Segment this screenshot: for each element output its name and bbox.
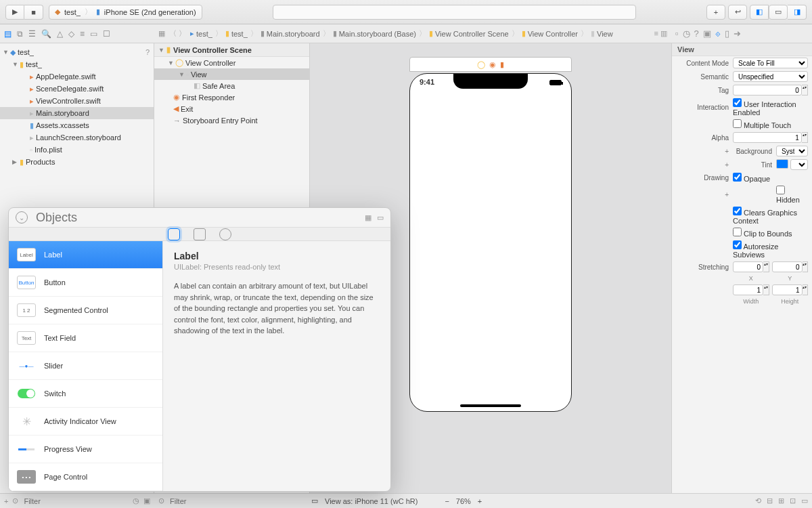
reports-tab[interactable]: ☐ xyxy=(103,29,110,39)
stop-button[interactable]: ■ xyxy=(24,5,43,20)
stretch-w-field[interactable] xyxy=(733,284,763,295)
editor-options-icon[interactable]: ≡ ▥ xyxy=(654,29,667,38)
nav-products[interactable]: ▶▮ Products xyxy=(0,156,154,168)
recent-icon[interactable]: ◷ xyxy=(133,496,139,505)
library-media-tab[interactable] xyxy=(194,228,206,240)
stretch-x-field[interactable] xyxy=(733,261,763,272)
library-search-input[interactable] xyxy=(35,210,358,226)
connections-inspector-tab[interactable]: ➜ xyxy=(734,28,741,39)
stretch-y-field[interactable] xyxy=(772,261,803,272)
identity-inspector-tab[interactable]: ▣ xyxy=(703,28,711,39)
library-item[interactable]: Progress View xyxy=(9,436,162,463)
notch xyxy=(453,74,528,89)
help-inspector-tab[interactable]: ? xyxy=(694,28,699,39)
device-frame[interactable]: 9:41 xyxy=(409,73,572,412)
help-icon[interactable]: ? xyxy=(145,48,150,56)
nav-project-root[interactable]: ▼◆ test_ ? xyxy=(0,46,154,58)
scene-dock[interactable]: ◯ ◉ ▮ xyxy=(409,57,572,72)
zoom-in-button[interactable]: + xyxy=(478,497,482,505)
toggle-debug-button[interactable]: ▭ xyxy=(769,5,788,20)
stretch-h-field[interactable] xyxy=(772,284,803,295)
tests-tab[interactable]: ◇ xyxy=(68,29,74,39)
toggle-inspector-button[interactable]: ◨ xyxy=(788,5,807,20)
view-as-label[interactable]: View as: iPhone 11 (wC hR) xyxy=(325,497,418,505)
code-review-button[interactable]: ↩︎ xyxy=(728,5,747,20)
library-objects-tab[interactable] xyxy=(168,228,180,240)
symbol-navigator-tab[interactable]: ☰ xyxy=(28,29,36,39)
source-control-tab[interactable]: ⧉ xyxy=(17,29,23,39)
opaque-checkbox[interactable] xyxy=(733,173,742,182)
tag-field[interactable] xyxy=(733,85,802,96)
outline-item[interactable]: ▼◯View Controller xyxy=(154,57,309,68)
add-button[interactable]: + xyxy=(4,497,8,505)
navigator-filter-input[interactable] xyxy=(22,496,129,506)
constraints-update-icon[interactable]: ⟲ xyxy=(755,496,761,505)
semantic-select[interactable]: Unspecified xyxy=(733,71,808,82)
outline-filter-input[interactable] xyxy=(168,496,277,506)
search-tab[interactable]: 🔍 xyxy=(41,29,51,39)
navigator-tabs: ▤ ⧉ ☰ 🔍 △ ◇ ≡ ▭ ☐ xyxy=(0,29,154,39)
outline-item[interactable]: ◉First Responder xyxy=(154,91,309,103)
library-grid-icon[interactable]: ▦ xyxy=(365,213,371,222)
outline-item[interactable]: ◀Exit xyxy=(154,103,309,114)
library-scope-icon[interactable]: ⌄ xyxy=(16,211,28,224)
outline-item[interactable]: →Storyboard Entry Point xyxy=(154,114,309,126)
device-config-icon[interactable]: ▭ xyxy=(311,496,318,505)
nav-file[interactable]: ▫Info.plist xyxy=(0,144,154,156)
library-button[interactable]: + xyxy=(706,5,725,20)
resolve-icon[interactable]: ⊡ xyxy=(790,496,796,505)
textfield-icon: Text xyxy=(17,331,36,345)
file-inspector-tab[interactable]: ▫ xyxy=(675,28,679,39)
run-button[interactable]: ▶ xyxy=(5,5,24,20)
project-navigator-tab[interactable]: ▤ xyxy=(4,29,12,39)
bottom-bar: + ⊙ ◷ ▣ ⊙ ▭ View as: iPhone 11 (wC hR) −… xyxy=(0,493,812,508)
autoresize-checkbox[interactable] xyxy=(733,240,742,249)
attributes-inspector-tab[interactable]: ⟐ xyxy=(715,28,721,39)
nav-file[interactable]: ▸LaunchScreen.storyboard xyxy=(0,131,154,144)
size-inspector-tab[interactable]: ▯ xyxy=(725,28,729,39)
multiple-touch-checkbox[interactable] xyxy=(733,119,742,128)
nav-file[interactable]: ▸ViewController.swift xyxy=(0,95,154,107)
content-mode-select[interactable]: Scale To Fill xyxy=(733,58,808,68)
clip-checkbox[interactable] xyxy=(733,228,742,236)
toggle-navigator-button[interactable]: ◧ xyxy=(750,5,769,20)
issues-tab[interactable]: △ xyxy=(57,29,63,39)
library-item[interactable]: • • •Page Control xyxy=(9,463,162,491)
exit-icon: ▮ xyxy=(500,60,504,69)
align-icon[interactable]: ⊟ xyxy=(767,496,773,505)
debug-tab[interactable]: ≡ xyxy=(80,29,85,39)
library-list-icon[interactable]: ▭ xyxy=(377,213,384,222)
user-interaction-checkbox[interactable] xyxy=(733,98,742,107)
scm-icon[interactable]: ▣ xyxy=(143,496,150,505)
nav-file-selected[interactable]: ▸Main.storyboard xyxy=(0,107,154,119)
jump-bar[interactable]: ▦ 〈 〉 ▸test_〉 ▮test_〉 ▮Main.storyboard〉 … xyxy=(154,28,671,39)
tint-swatch[interactable] xyxy=(776,159,788,169)
library-item[interactable]: ButtonButton xyxy=(9,269,162,297)
clears-context-checkbox[interactable] xyxy=(733,207,742,215)
pin-icon[interactable]: ⊞ xyxy=(778,496,784,505)
embed-icon[interactable]: ▭ xyxy=(801,496,808,505)
background-select[interactable]: System Backgroun… xyxy=(776,146,808,156)
breakpoints-tab[interactable]: ▭ xyxy=(90,29,97,39)
library-item[interactable]: LabelLabel xyxy=(9,241,162,269)
library-item[interactable]: TextText Field xyxy=(9,324,162,352)
nav-file[interactable]: ▸AppDelegate.swift xyxy=(0,70,154,83)
nav-group[interactable]: ▼▮ test_ xyxy=(0,58,154,70)
library-item[interactable]: Switch xyxy=(9,380,162,408)
library-item[interactable]: ✳Activity Indicator View xyxy=(9,408,162,436)
nav-file[interactable]: ▸SceneDelegate.swift xyxy=(0,83,154,95)
tint-select[interactable]: Default xyxy=(790,159,808,170)
zoom-out-button[interactable]: − xyxy=(445,497,449,505)
hidden-checkbox[interactable] xyxy=(776,186,785,194)
nav-file[interactable]: ▮Assets.xcassets xyxy=(0,119,154,131)
outline-scene-header[interactable]: ▼▮ View Controller Scene xyxy=(154,43,309,57)
library-item[interactable]: —●—Slider xyxy=(9,352,162,380)
outline-item[interactable]: ◧Safe Area xyxy=(154,80,309,91)
library-color-tab[interactable] xyxy=(219,228,231,240)
library-item[interactable]: 1 2Segmented Control xyxy=(9,297,162,324)
history-inspector-tab[interactable]: ◷ xyxy=(683,28,690,39)
alpha-field[interactable] xyxy=(733,132,802,143)
zoom-level: 76% xyxy=(456,497,471,505)
scheme-selector[interactable]: ◆ test_ 〉 ▮ iPhone SE (2nd generation) xyxy=(49,5,202,20)
outline-item-selected[interactable]: ▼▫View xyxy=(154,68,309,80)
